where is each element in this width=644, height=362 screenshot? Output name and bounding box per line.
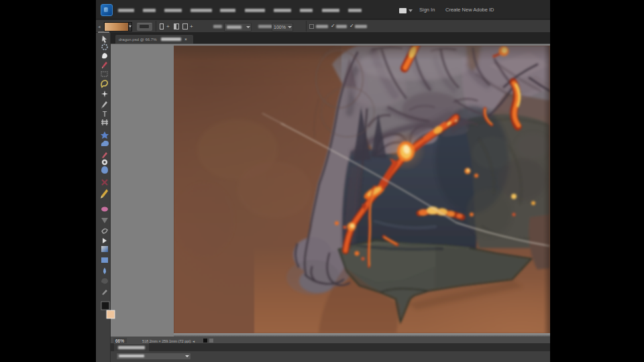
- svg-text:T: T: [103, 110, 107, 118]
